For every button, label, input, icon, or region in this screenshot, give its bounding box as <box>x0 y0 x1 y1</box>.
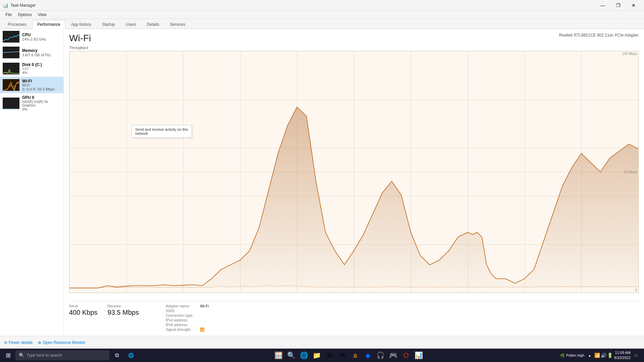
panel-adapter: Realtek RTL8821CE 802.11ac PCIe Adapter <box>559 33 639 38</box>
taskbar-edge-icon[interactable]: 🌐 <box>298 349 310 362</box>
fewer-details-label: Fewer details <box>9 340 33 345</box>
restore-button[interactable]: ❐ <box>610 0 626 11</box>
disk-info: Disk 0 (C:) SSD 4% <box>22 62 61 75</box>
bottom-bar: ⊖ Fewer details ⊕ Open Resource Monitor <box>0 336 644 349</box>
battery-icon[interactable]: 🔋 <box>607 353 613 358</box>
send-value: 400 Kbps <box>69 309 98 316</box>
send-receive-stats: Send 400 Kbps Receive 93.5 Mbps <box>69 304 139 332</box>
tab-performance[interactable]: Performance <box>32 20 65 29</box>
pollen-icon: 🌿 <box>560 353 565 358</box>
search-bar[interactable]: 🔍 <box>15 350 109 360</box>
ipv6-label: IPv6 address: <box>166 323 194 327</box>
wifi-sub-name: Wi-Fi <box>22 83 61 87</box>
disk-name: Disk 0 (C:) <box>22 62 61 67</box>
search-input[interactable] <box>26 353 106 358</box>
taskbar-headphone-icon[interactable]: 🎧 <box>375 349 387 362</box>
taskbar-search-icon[interactable]: 🔍 <box>285 349 298 362</box>
taskbar-windows-icon[interactable]: 🪟 <box>273 349 285 362</box>
ipv4-label: IPv4 address: <box>166 318 194 322</box>
search-icon: 🔍 <box>19 353 24 358</box>
tab-bar: Processes Performance App history Startu… <box>0 19 644 29</box>
tab-services[interactable]: Services <box>165 20 191 28</box>
connection-type-label: Connection type: <box>166 313 194 317</box>
time: 11:09 AM <box>614 350 631 355</box>
menu-view[interactable]: View <box>35 12 49 18</box>
taskbar-mail-icon[interactable]: ✉ <box>336 349 348 362</box>
receive-label: Receive <box>108 304 139 308</box>
signal-label: Signal strength: <box>166 327 194 332</box>
panel-header: Wi-Fi Realtek RTL8821CE 802.11ac PCIe Ad… <box>69 33 639 44</box>
minimize-button[interactable]: — <box>595 0 610 11</box>
tab-details[interactable]: Details <box>142 20 164 28</box>
close-button[interactable]: ✕ <box>626 0 641 11</box>
taskbar-left: ⊞ 🔍 ⧉ 🌐 <box>1 349 138 362</box>
taskbar-right: 🌿 Pollen high ▲ 📶 🔊 🔋 11:09 AM 8/10/2022… <box>560 349 643 362</box>
send-label: Send <box>69 304 98 308</box>
taskbar-amazon-icon[interactable]: a <box>349 349 361 362</box>
taskbar: ⊞ 🔍 ⧉ 🌐 🪟 🔍 🌐 📁 🛍 ✉ a ◆ 🎧 🎮 O 📊 🌿 Pollen… <box>0 349 644 362</box>
receive-stat: Receive 93.5 Mbps <box>108 304 139 332</box>
panel-title: Wi-Fi <box>69 33 91 44</box>
widgets-button[interactable]: 🌐 <box>124 349 138 362</box>
sidebar-item-wifi[interactable]: Wi-Fi Wi-Fi S: 0.4 R: 93.5 Mbps <box>0 77 63 93</box>
gpu-sub2: 0% <box>22 107 61 111</box>
menu-options[interactable]: Options <box>15 12 34 18</box>
tab-users[interactable]: Users <box>120 20 141 28</box>
adapter-name-value: Wi-Fi <box>200 304 209 308</box>
task-view-button[interactable]: ⧉ <box>110 349 123 362</box>
taskbar-store-icon[interactable]: 🛍 <box>324 349 336 362</box>
sidebar-item-gpu[interactable]: GPU 0 Intel(R) Iris(R) Xe Graphics 0% <box>0 93 63 113</box>
open-resource-monitor-label: Open Resource Monitor <box>43 340 85 345</box>
network-icon[interactable]: 📶 <box>594 353 600 358</box>
taskbar-explorer-icon[interactable]: 📁 <box>311 349 323 362</box>
ssid-value <box>200 309 209 313</box>
gpu-mini-chart <box>3 98 19 109</box>
sidebar-item-cpu[interactable]: CPU 14% 2.83 GHz <box>0 29 63 45</box>
memory-sub: 3.6/7.6 GB (47%) <box>22 53 61 57</box>
taskbar-dropbox-icon[interactable]: ◆ <box>362 349 374 362</box>
taskbar-taskmanager-icon[interactable]: 📊 <box>413 349 425 362</box>
cpu-name: CPU <box>22 33 61 37</box>
pollen-indicator[interactable]: 🌿 Pollen high <box>560 353 584 358</box>
throughput-label: Throughput <box>69 46 88 50</box>
svg-marker-4 <box>69 107 638 288</box>
disk-sub: 4% <box>22 71 61 75</box>
taskbar-office-icon[interactable]: O <box>400 349 412 362</box>
chevron-up-icon[interactable]: ▲ <box>586 349 594 362</box>
gpu-info: GPU 0 Intel(R) Iris(R) Xe Graphics 0% <box>22 95 61 111</box>
open-resource-monitor-button[interactable]: ⊕ Open Resource Monitor <box>38 340 85 345</box>
wifi-mini-chart <box>3 79 19 91</box>
pollen-label: Pollen high <box>566 353 584 357</box>
taskbar-center: 🪟 🔍 🌐 📁 🛍 ✉ a ◆ 🎧 🎮 O 📊 <box>273 349 425 362</box>
adapter-details: Adapter name: Wi-Fi SSID: Connection typ… <box>166 304 209 332</box>
taskbar-game-icon[interactable]: 🎮 <box>387 349 399 362</box>
tab-app-history[interactable]: App history <box>66 20 96 28</box>
tab-processes[interactable]: Processes <box>3 20 32 28</box>
gpu-name: GPU 0 <box>22 95 61 100</box>
gpu-sub: Intel(R) Iris(R) Xe Graphics <box>22 100 61 107</box>
sidebar-item-memory[interactable]: Memory 3.6/7.6 GB (47%) <box>0 45 63 60</box>
chart-container: 100 Mbps 50 Mbps 0 <box>69 51 639 293</box>
ssid-label: SSID: <box>166 309 194 313</box>
start-button[interactable]: ⊞ <box>1 349 15 362</box>
window-title: Task Manager <box>10 3 36 8</box>
adapter-name-label: Adapter name: <box>166 304 194 308</box>
tab-startup[interactable]: Startup <box>97 20 120 28</box>
sidebar-item-disk[interactable]: Disk 0 (C:) SSD 4% <box>0 60 63 77</box>
chart-area: Throughput <box>69 46 639 293</box>
systray: ▲ 📶 🔊 🔋 <box>586 349 613 362</box>
svg-rect-3 <box>3 98 19 109</box>
receive-value: 93.5 Mbps <box>108 309 139 316</box>
time-display[interactable]: 11:09 AM 8/10/2022 <box>614 350 631 361</box>
signal-icon: 📶 <box>200 327 209 332</box>
cpu-sub: 14% 2.83 GHz <box>22 37 61 41</box>
wifi-name: Wi-Fi <box>22 79 61 83</box>
show-desktop-button[interactable]: □ <box>632 349 640 362</box>
menu-file[interactable]: File <box>3 12 14 18</box>
cpu-info: CPU 14% 2.83 GHz <box>22 33 61 41</box>
fewer-details-button[interactable]: ⊖ Fewer details <box>4 340 33 345</box>
memory-info: Memory 3.6/7.6 GB (47%) <box>22 48 61 57</box>
date: 8/10/2022 <box>614 355 631 360</box>
volume-icon[interactable]: 🔊 <box>601 353 606 358</box>
memory-name: Memory <box>22 48 61 53</box>
